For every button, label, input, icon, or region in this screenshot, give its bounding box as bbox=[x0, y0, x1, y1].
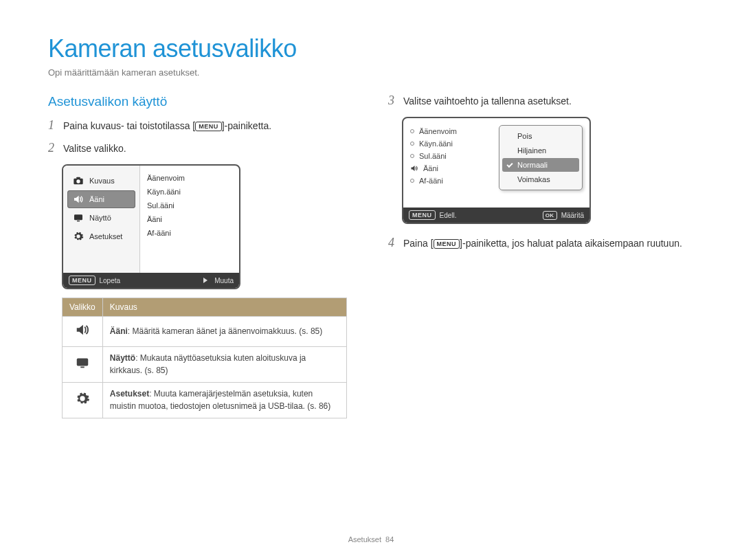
list-item: Äänenvoim bbox=[409, 125, 480, 137]
step-1: 1 Paina kuvaus- tai toistotilassa [MENU]… bbox=[48, 119, 354, 133]
sound-icon bbox=[73, 194, 84, 205]
sound-icon bbox=[410, 164, 418, 172]
sidebar-item-naytto: Näyttö bbox=[67, 209, 135, 227]
list-item: Sul.ääni bbox=[144, 199, 235, 212]
bullet-icon bbox=[410, 179, 414, 183]
menu-icon: MENU bbox=[69, 276, 95, 285]
step-text: Paina [MENU]-painiketta, jos haluat pala… bbox=[403, 236, 694, 251]
sidebar-item-asetukset: Asetukset bbox=[67, 227, 135, 245]
bullet-icon bbox=[410, 142, 414, 146]
list-item: Af-ääni bbox=[144, 226, 235, 240]
step-number: 2 bbox=[48, 142, 58, 155]
menu-icon: MENU bbox=[195, 122, 222, 131]
footer-right-label: Muuta bbox=[214, 277, 234, 284]
table-header: Valikko bbox=[63, 298, 103, 317]
camera-screenshot: Kuvaus Ääni Näyttö Asetukset bbox=[62, 164, 240, 289]
footer-left-label: Lopeta bbox=[100, 277, 121, 284]
menu-icon: MENU bbox=[409, 210, 436, 220]
bullet-icon bbox=[410, 129, 414, 133]
camera-screenshot: Äänenvoim Käyn.ääni Sul.ääni Ääni Af-ään… bbox=[402, 117, 591, 224]
menu-icon: MENU bbox=[434, 239, 460, 249]
list-item: Ääni bbox=[409, 162, 480, 175]
option-item: Voimakas bbox=[502, 172, 579, 186]
page-footer: Asetukset 84 bbox=[0, 535, 742, 544]
step-number: 3 bbox=[388, 94, 398, 108]
camera-icon bbox=[73, 175, 84, 186]
triangle-right-icon bbox=[203, 278, 207, 283]
option-popup: Pois Hiljainen Normaali Voimakas bbox=[499, 125, 583, 190]
list-item: Ääni bbox=[144, 212, 235, 226]
list-item: Af-ääni bbox=[409, 175, 480, 187]
screenshot-footer: MENU Lopeta Muuta bbox=[63, 273, 239, 288]
gear-icon bbox=[73, 231, 84, 242]
menu-sidebar: Kuvaus Ääni Näyttö Asetukset bbox=[63, 166, 140, 273]
table-row: Näyttö: Mukauta näyttöasetuksia kuten al… bbox=[63, 347, 347, 383]
list-item: Käyn.ääni bbox=[409, 137, 480, 150]
page-title: Kameran asetusvalikko bbox=[48, 34, 694, 63]
step-3: 3 Valitse vaihtoehto ja tallenna asetuks… bbox=[388, 94, 694, 109]
footer-left-label: Edell. bbox=[440, 212, 457, 219]
ok-icon: OK bbox=[543, 211, 557, 220]
footer-right-label: Määritä bbox=[561, 212, 584, 219]
section-heading: Asetusvalikon käyttö bbox=[48, 94, 354, 109]
sound-icon bbox=[75, 322, 90, 337]
sidebar-item-kuvaus: Kuvaus bbox=[67, 172, 135, 190]
option-item-selected: Normaali bbox=[502, 158, 579, 172]
check-icon bbox=[506, 161, 513, 168]
option-item: Hiljainen bbox=[502, 144, 579, 157]
menu-detail-list: Äänenvoim Käyn.ääni Sul.ääni Ääni Af-ään… bbox=[140, 166, 239, 273]
screenshot-footer: MENU Edell. OK Määritä bbox=[403, 208, 589, 223]
list-item: Äänenvoim bbox=[144, 171, 235, 185]
bullet-icon bbox=[410, 154, 414, 158]
step-text: Paina kuvaus- tai toistotilassa [MENU]-p… bbox=[63, 119, 354, 133]
display-icon bbox=[73, 212, 84, 223]
sidebar-item-aani: Ääni bbox=[67, 190, 135, 208]
display-icon bbox=[75, 355, 90, 370]
gear-icon bbox=[75, 391, 90, 406]
step-number: 4 bbox=[388, 236, 398, 250]
settings-list: Äänenvoim Käyn.ääni Sul.ääni Ääni Af-ään… bbox=[403, 118, 484, 208]
step-2: 2 Valitse valikko. bbox=[48, 142, 354, 156]
table-row: Asetukset: Muuta kamerajärjestelmän aset… bbox=[63, 383, 347, 418]
step-number: 1 bbox=[48, 119, 58, 133]
menu-description-table: Valikko Kuvaus Ääni: Määritä kameran ään… bbox=[62, 298, 347, 418]
step-text: Valitse vaihtoehto ja tallenna asetukset… bbox=[403, 94, 694, 109]
table-row: Ääni: Määritä kameran äänet ja äänenvoim… bbox=[63, 317, 347, 347]
list-item: Käyn.ääni bbox=[144, 185, 235, 199]
step-4: 4 Paina [MENU]-painiketta, jos haluat pa… bbox=[388, 236, 694, 251]
option-item: Pois bbox=[502, 129, 579, 143]
table-header: Kuvaus bbox=[102, 298, 346, 317]
page-subtitle: Opi määrittämään kameran asetukset. bbox=[48, 67, 694, 78]
step-text: Valitse valikko. bbox=[63, 142, 354, 156]
list-item: Sul.ääni bbox=[409, 150, 480, 162]
